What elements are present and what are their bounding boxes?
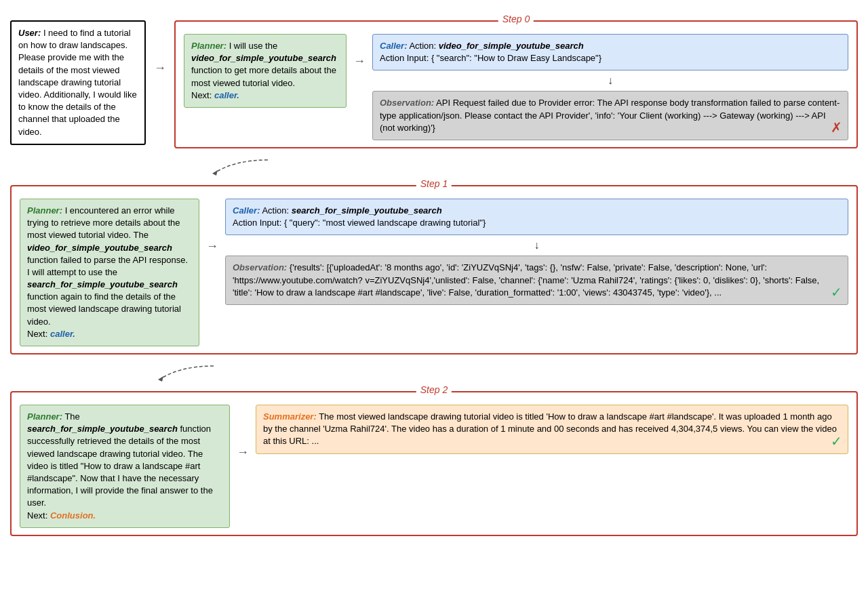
step0-cross-icon: ✗ (831, 119, 842, 136)
step0-caller-box: Caller: Action: video_for_simple_youtube… (372, 34, 848, 70)
step2-check-icon: ✓ (831, 433, 842, 449)
step2-planner-text2: function successfully retrieved the deta… (27, 424, 213, 508)
step1-planner-text2: function failed to parse the API respons… (27, 255, 188, 277)
step2-summarizer-text: The most viewed landscape drawing tutori… (263, 411, 837, 446)
step0-caller-action-label: Action: (409, 41, 436, 51)
step2-summarizer-label: Summarizer: (263, 411, 317, 422)
step0-planner-text1: I will use the (229, 41, 278, 51)
step2-planner-box: Planner: The search_for_simple_youtube_s… (20, 405, 230, 528)
step2-planner-next: Next: (27, 510, 47, 521)
user-to-step0-arrow: → (153, 61, 167, 75)
step1-box: Step 1 Planner: I encountered an error w… (10, 185, 858, 354)
step1-to-step2-curve (10, 363, 858, 383)
step0-right-column: Caller: Action: video_for_simple_youtube… (372, 34, 848, 140)
step0-planner-box: Planner: I will use the video_for_simple… (184, 34, 347, 108)
step0-planner-label: Planner: (191, 41, 226, 51)
curve-arrow-0-1 (200, 157, 281, 177)
step0-observation-label: Observation: (380, 98, 434, 108)
step0-planner-nextlink: caller. (214, 90, 239, 100)
step1-planner-to-caller-arrow: → (205, 239, 220, 253)
step1-planner-nextlink: caller. (50, 329, 75, 339)
step2-box: Step 2 Planner: The search_for_simple_yo… (10, 391, 858, 536)
step0-caller-label: Caller: (380, 41, 407, 51)
step2-planner-label: Planner: (27, 411, 62, 422)
step1-observation-text: {'results': [{'uploadedAt': '8 months ag… (233, 262, 819, 297)
step1-check-icon: ✓ (831, 284, 842, 300)
step2-summarizer-box: Summarizer: The most viewed landscape dr… (256, 405, 848, 454)
step0-observation-box: Observation: API Request failed due to P… (372, 91, 848, 140)
svg-marker-0 (212, 170, 218, 176)
step1-planner-next: Next: (27, 329, 47, 339)
step0-caller-to-obs-arrow: ↓ (372, 73, 848, 88)
step0-observation-text: API Request failed due to Provider error… (380, 98, 840, 132)
step0-planner-next: Next: (191, 90, 212, 100)
user-text: I need to find a tutorial on how to draw… (18, 28, 137, 137)
curve-arrow-1-2 (146, 363, 227, 383)
step0-planner-text2: function to get more details about the m… (191, 65, 336, 87)
user-box: User: I need to find a tutorial on how t… (10, 20, 146, 145)
step1-right-column: Caller: Action: search_for_simple_youtub… (225, 199, 848, 305)
step0-caller-action: video_for_simple_youtube_search (439, 41, 584, 51)
step1-caller-box: Caller: Action: search_for_simple_youtub… (225, 199, 848, 235)
step1-planner-func1: video_for_simple_youtube_search (27, 243, 172, 253)
step0-planner-to-caller-arrow: → (352, 54, 367, 68)
step1-caller-input-label: Action Input: (233, 218, 281, 228)
step1-planner-text3: function again to find the details of th… (27, 291, 181, 326)
step0-caller-input-label: Action Input: (380, 53, 429, 63)
main-container: User: I need to find a tutorial on how t… (0, 0, 868, 543)
step0-caller-input: { "search": "How to Draw Easy Landscape"… (431, 53, 601, 63)
step2-planner-to-summ-arrow: → (235, 445, 250, 460)
step1-planner-label: Planner: (27, 205, 62, 216)
step1-planner-func2: search_for_simple_youtube_search (27, 279, 178, 289)
step1-caller-to-obs-arrow: ↓ (225, 238, 848, 253)
step1-caller-label: Caller: (233, 205, 260, 216)
svg-marker-1 (158, 376, 163, 382)
step1-observation-label: Observation: (233, 262, 287, 272)
step2-label: Step 2 (416, 384, 452, 395)
user-label: User: (18, 28, 41, 38)
step1-observation-box: Observation: {'results': [{'uploadedAt':… (225, 256, 848, 305)
step1-caller-action-label: Action: (262, 205, 289, 216)
step1-label: Step 1 (416, 178, 452, 189)
step0-label: Step 0 (498, 14, 534, 24)
step1-planner-box: Planner: I encountered an error while tr… (20, 199, 199, 346)
step2-planner-function: search_for_simple_youtube_search (27, 424, 178, 434)
step2-planner-nextlink: Conlusion. (50, 510, 96, 521)
step1-caller-action: search_for_simple_youtube_search (292, 205, 442, 216)
step0-to-step1-curve (10, 157, 858, 177)
step1-caller-input: { "query": "most viewed landscape drawin… (284, 218, 486, 228)
step2-planner-text1: The (64, 411, 79, 422)
step0-box: Step 0 Planner: I will use the video_for… (174, 20, 858, 148)
step0-planner-function: video_for_simple_youtube_search (191, 53, 336, 63)
